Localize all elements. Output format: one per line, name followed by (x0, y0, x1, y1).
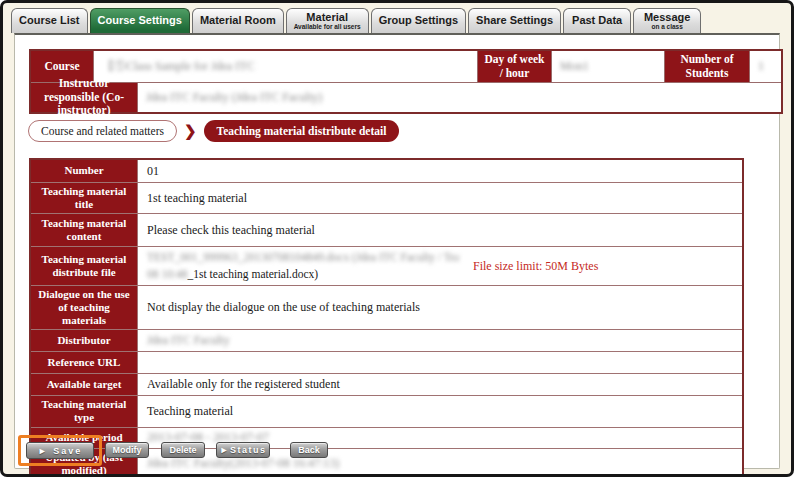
tab-sublabel: on a class (651, 23, 682, 30)
row-label: Teaching material distribute file (31, 247, 138, 284)
redacted-day-value: Mon1 (560, 59, 589, 74)
row-value: Not display the dialogue on the use of t… (138, 286, 742, 330)
table-row-content: Teaching material content Please check t… (31, 213, 742, 246)
delete-button[interactable]: Delete (161, 442, 205, 458)
instructor-label: Instructor responsible (Co-instructor) (31, 83, 138, 112)
row-label: Number (31, 160, 138, 182)
day-of-week-value: Mon1 (552, 51, 665, 82)
row-label: Reference URL (31, 352, 138, 373)
tab-group-settings[interactable]: Group Settings (371, 8, 466, 33)
tab-share-settings[interactable]: Share Settings (468, 8, 561, 33)
status-button[interactable]: ►Status (216, 442, 270, 458)
tab-past-data[interactable]: Past Data (563, 8, 631, 33)
tab-sublabel: Available for all users (294, 23, 361, 30)
row-value (138, 352, 742, 373)
lms-window: Course List Course Settings Material Roo… (0, 0, 794, 477)
table-row-available-target: Available target Available only for the … (31, 373, 742, 395)
table-row-number: Number 01 (31, 160, 742, 182)
redacted-file-name: TEST_001_999963_20130708104849.docx (Jde… (147, 249, 459, 266)
tab-message-on-class[interactable]: Message on a class (633, 8, 701, 33)
tab-label: Past Data (572, 15, 622, 27)
row-label: Teaching material title (31, 183, 138, 213)
tab-course-settings[interactable]: Course Settings (90, 8, 190, 33)
tab-label: Group Settings (379, 15, 458, 27)
course-header-table: Course 【①Class Sample for Jdea ITC Day o… (29, 49, 783, 114)
instructor-row: Instructor responsible (Co-instructor) J… (31, 82, 781, 112)
row-value: Teaching material (138, 396, 742, 426)
row-value: 1st teaching material (138, 183, 742, 213)
row-value: 01 (138, 160, 742, 182)
course-value: 【①Class Sample for Jdea ITC (94, 51, 478, 82)
save-button[interactable]: ► Save (26, 442, 94, 459)
save-button-highlight: ► Save (18, 435, 102, 466)
row-value: Jdea ITC Faculty (138, 330, 742, 351)
number-of-students-value: 1 (750, 51, 781, 82)
distribute-file-name: TEST_001_999963_20130708104849.docx (Jde… (147, 249, 459, 282)
row-value: Please check this teaching material (138, 214, 742, 246)
back-button[interactable]: Back (290, 442, 328, 458)
row-label: Available target (31, 374, 138, 395)
row-label: Dialogue on the use of teaching material… (31, 286, 138, 330)
material-detail-table: Number 01 Teaching material title 1st te… (29, 158, 744, 477)
tab-label: Material (306, 12, 348, 24)
breadcrumb-parent-link[interactable]: Course and related matters (28, 120, 177, 142)
table-row-dialogue: Dialogue on the use of teaching material… (31, 285, 742, 330)
content-panel: Course 【①Class Sample for Jdea ITC Day o… (14, 33, 780, 469)
course-header-row: Course 【①Class Sample for Jdea ITC Day o… (31, 51, 781, 82)
tab-material-room[interactable]: Material Room (192, 8, 284, 33)
file-name-suffix: _1st teaching material.docx) (188, 268, 319, 280)
tab-label: Course Settings (98, 15, 182, 27)
row-value: Available only for the registered studen… (138, 374, 742, 395)
table-row-distribute-file: Teaching material distribute file TEST_0… (31, 246, 742, 284)
tab-label: Share Settings (476, 15, 553, 27)
day-of-week-label: Day of week / hour (478, 51, 552, 82)
redacted-student-count: 1 (758, 59, 764, 74)
breadcrumb-current: Teaching material distribute detail (204, 120, 400, 142)
table-row-title: Teaching material title 1st teaching mat… (31, 182, 742, 213)
table-row-reference-url: Reference URL (31, 351, 742, 373)
redacted-file-date: 08 10:48 (147, 266, 188, 283)
row-value: TEST_001_999963_20130708104849.docx (Jde… (138, 247, 742, 284)
tab-label: Material Room (200, 15, 276, 27)
redacted-course-name: 【①Class Sample for Jdea ITC (102, 58, 255, 75)
modify-button[interactable]: Modify (105, 442, 149, 458)
redacted-distributor: Jdea ITC Faculty (147, 333, 230, 348)
instructor-value: Jdea ITC Faculty (Jdea ITC Faculty) (138, 83, 781, 112)
table-row-material-type: Teaching material type Teaching material (31, 395, 742, 426)
tab-material-all-users[interactable]: Material Available for all users (286, 8, 369, 33)
number-of-students-label: Number of Students (665, 51, 750, 82)
tab-label: Course List (19, 15, 80, 27)
breadcrumb: Course and related matters ❯ Teaching ma… (28, 120, 399, 142)
redacted-instructor-name: Jdea ITC Faculty (Jdea ITC Faculty) (146, 90, 322, 105)
tab-bar: Course List Course Settings Material Roo… (11, 7, 703, 33)
table-row-distributor: Distributor Jdea ITC Faculty (31, 329, 742, 351)
redacted-updated-by: Jdea ITC Faculty(2013-07-08 16:47:13) (147, 456, 339, 471)
tab-label: Message (644, 12, 690, 24)
row-label: Teaching material type (31, 396, 138, 426)
row-label: Teaching material content (31, 214, 138, 246)
file-size-limit-note: File size limit: 50M Bytes (473, 259, 598, 274)
row-label: Distributor (31, 330, 138, 351)
chevron-right-icon: ❯ (184, 122, 197, 140)
tab-course-list[interactable]: Course List (11, 8, 88, 33)
